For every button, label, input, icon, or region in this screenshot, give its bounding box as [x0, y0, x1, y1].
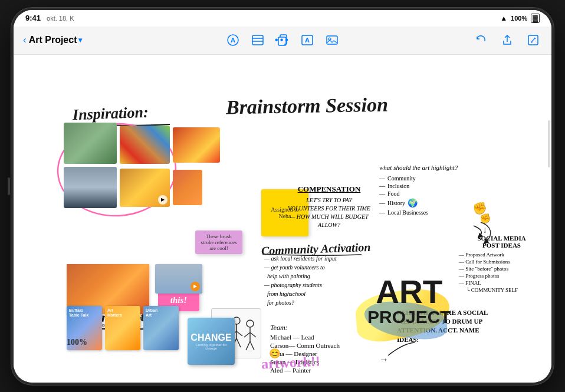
status-left: 9:41 okt. 18, K [25, 14, 74, 22]
svg-rect-2 [252, 35, 263, 45]
status-time: 9:41 [25, 14, 41, 22]
photo-5[interactable]: ▶ [120, 169, 170, 207]
photo-3[interactable] [173, 127, 220, 163]
change-title: CHANGE [190, 332, 231, 343]
highlight-box: what should the art highlight? Community… [379, 164, 485, 216]
status-date: okt. 18, K [47, 15, 74, 22]
scroll-handle[interactable] [548, 120, 550, 167]
badge-100: 100% [67, 338, 87, 347]
status-bar: 9:41 okt. 18, K ▲ 100% ▓ [14, 10, 551, 27]
side-button[interactable] [8, 177, 10, 195]
highlight-title: what should the art highlight? [379, 164, 485, 171]
social-item-final: FINAL [459, 279, 544, 286]
sticky-brush-strokes[interactable]: These brush stroke references are cool! [195, 230, 242, 254]
svg-line-27 [250, 332, 256, 337]
fist-emoji-2: ✊ [479, 213, 491, 224]
annotate-tool[interactable]: A [224, 31, 242, 49]
toolbar-left: ‹ Art Project ▾ [23, 34, 117, 46]
change-book[interactable]: CHANGE Coming together for change [188, 318, 235, 365]
toolbar-right [472, 31, 542, 49]
brainstorm-title: Brainstorm Session [226, 93, 389, 118]
social-item-submissions: Call for Submissions [459, 258, 544, 265]
photo-1[interactable] [64, 123, 117, 164]
community-activation-items: — ask local residents for input — get yo… [264, 254, 373, 307]
change-subtitle: Coming together for change [188, 343, 235, 350]
svg-line-28 [246, 341, 250, 350]
compensation-text: LET'S TRY TO PAY VOLUNTEERS FOR THEIR TI… [288, 196, 370, 229]
svg-line-26 [244, 332, 250, 337]
canvas[interactable]: Inspiration: Brainstorm Session [14, 55, 551, 383]
art-project-big: ART PROJECT [367, 276, 451, 326]
document-title[interactable]: Art Project ▾ [29, 35, 83, 45]
project-text: PROJECT [367, 308, 451, 326]
layout-tool[interactable] [249, 31, 267, 49]
team-member-2: Carson— Comm Outreach [270, 341, 382, 350]
back-button[interactable]: ‹ [23, 34, 27, 46]
highlight-community: Community [379, 174, 485, 182]
svg-text:A: A [231, 37, 235, 44]
inspiration-title: Inspiration: [73, 103, 149, 123]
arrow-decoration: ↓ [482, 225, 487, 235]
share-button[interactable] [498, 31, 516, 49]
photo-grid: ▶ [64, 123, 199, 211]
highlight-food: Food [379, 190, 485, 197]
ca-item-3: — photography students from highschool f… [264, 281, 373, 307]
book-cover-3[interactable]: UrbanArt [143, 306, 179, 350]
social-item-artwork: Proposed Artwork [459, 251, 544, 258]
compensation-title: COMPENSATION [288, 185, 370, 194]
signature: - Ard/Good [397, 381, 429, 382]
status-right: ▲ 100% ▓ [500, 14, 540, 23]
toolbar-tools: A [224, 31, 341, 49]
battery-level: 100% [511, 15, 527, 22]
svg-rect-8 [327, 36, 337, 44]
book-cover-2[interactable]: ArtMatters [105, 306, 140, 350]
svg-line-21 [236, 331, 242, 336]
highlight-history: History 🌍 [379, 197, 485, 209]
social-title: SOCIAL MEDIAPOST IDEAS [459, 235, 544, 249]
dropdown-icon[interactable]: ▾ [78, 36, 82, 44]
ca-item-2: — get youth volunteers to help with pain… [264, 263, 373, 281]
compensation-box: COMPENSATION LET'S TRY TO PAY VOLUNTEERS… [288, 185, 370, 229]
cars-photo[interactable]: ▶ [155, 264, 202, 294]
highlight-local: Local Businesses [379, 209, 485, 216]
undo-button[interactable] [472, 31, 490, 49]
photo-2[interactable] [120, 126, 170, 164]
highlight-inclusion: Inclusion [379, 182, 485, 190]
text-tool[interactable]: A [298, 31, 316, 49]
social-item-progress: Progress photos [459, 272, 544, 279]
media-tool[interactable] [323, 31, 341, 49]
svg-point-24 [247, 320, 254, 327]
ipad-frame: 9:41 okt. 18, K ▲ 100% ▓ ‹ Art Project ▾… [11, 8, 554, 385]
art-text: ART [367, 276, 451, 308]
copy-tool[interactable] [274, 31, 291, 49]
bottom-scribble: artwork!! [261, 353, 320, 372]
svg-text:A: A [305, 37, 310, 44]
social-media-box: SOCIAL MEDIAPOST IDEAS Proposed Artwork … [459, 235, 544, 294]
wifi-icon: ▲ [500, 14, 507, 22]
photo-6[interactable] [173, 170, 202, 205]
battery-icon: ▓ [531, 14, 540, 23]
toolbar: ‹ Art Project ▾ ••• A [14, 27, 551, 55]
svg-line-29 [250, 341, 254, 350]
edit-button[interactable] [524, 31, 542, 49]
ipad-screen: 9:41 okt. 18, K ▲ 100% ▓ ‹ Art Project ▾… [14, 10, 551, 383]
photo-4[interactable] [64, 167, 117, 208]
svg-line-23 [236, 338, 241, 347]
arrow-team: → [379, 354, 389, 365]
ca-item-1: — ask local residents for input [264, 254, 373, 263]
social-item-before: Site "before" photos [459, 265, 544, 272]
